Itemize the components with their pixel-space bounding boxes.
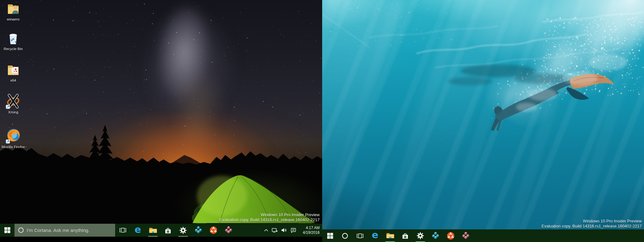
desktop-icon-label: Xming xyxy=(8,110,19,114)
edge-icon: e xyxy=(134,225,141,234)
action-center-icon[interactable] xyxy=(291,228,296,233)
clock-time: 4:17 AM xyxy=(300,226,320,230)
taskbar-right: e xyxy=(322,229,644,242)
settings-gear-icon xyxy=(417,232,424,239)
store-icon xyxy=(401,232,409,239)
monitor-left: winaero Recycle Bin x64 xyxy=(0,0,322,237)
dual-monitor-desktop: { "left_monitor": { "wallpaper": "night-… xyxy=(0,0,644,242)
shortcut-arrow-badge xyxy=(6,140,10,143)
monitor-right: Windows 10 Pro Insider Preview Evaluatio… xyxy=(322,0,644,242)
pine-trees xyxy=(88,125,114,160)
file-explorer-icon xyxy=(386,232,395,239)
swimmer-illustration xyxy=(322,0,644,242)
desktop-icon-firefox[interactable]: Mozilla Firefox xyxy=(1,128,26,149)
clock-date: 4/19/2016 xyxy=(300,230,320,235)
taskbar-blue-cubes-app-button[interactable] xyxy=(428,229,443,242)
recycle-bin-icon xyxy=(6,31,20,46)
pictures-folder-icon xyxy=(6,63,20,78)
cortana-circle-icon xyxy=(342,233,348,239)
start-button[interactable] xyxy=(323,229,337,242)
task-view-button[interactable] xyxy=(352,229,367,242)
taskbar-settings-button[interactable] xyxy=(413,229,428,242)
taskbar-pink-cubes-app-button[interactable] xyxy=(221,224,236,237)
desktop-icon-label: x64 xyxy=(10,78,16,83)
taskbar-file-explorer-button[interactable] xyxy=(383,229,398,242)
network-icon[interactable] xyxy=(272,228,278,233)
file-explorer-icon xyxy=(149,227,157,234)
xming-icon xyxy=(5,93,21,109)
desktop-icon-xming[interactable]: Xming xyxy=(1,93,26,114)
pink-cubes-icon xyxy=(224,226,233,234)
blue-cubes-icon xyxy=(194,226,203,234)
shortcut-arrow-badge xyxy=(6,105,10,109)
desktop-icon-label: winaero xyxy=(7,17,20,21)
user-folder-icon xyxy=(6,2,20,16)
store-icon xyxy=(164,227,172,234)
task-view-button[interactable] xyxy=(115,224,130,237)
taskbar-clock[interactable]: 4:17 AM 4/19/2016 xyxy=(300,226,320,235)
desktop-icon-label: Mozilla Firefox xyxy=(2,145,25,149)
ubuntu-icon xyxy=(210,226,217,234)
landscape-silhouette xyxy=(0,0,322,237)
taskbar-edge-button[interactable]: e xyxy=(130,224,145,237)
windows-logo-icon xyxy=(4,227,10,233)
cortana-search-input[interactable] xyxy=(27,228,112,233)
running-indicator xyxy=(178,236,188,237)
task-view-icon xyxy=(119,228,126,233)
edge-icon: e xyxy=(372,230,378,240)
taskbar-left: e xyxy=(0,224,322,237)
settings-gear-icon xyxy=(179,227,187,234)
taskbar-file-explorer-button[interactable] xyxy=(145,224,160,237)
taskbar-ubuntu-button[interactable] xyxy=(443,229,458,242)
desktop-icon-recycle-bin[interactable]: Recycle Bin xyxy=(1,31,26,51)
blue-cubes-icon xyxy=(431,232,440,240)
taskbar-pink-cubes-app-button[interactable] xyxy=(458,229,473,242)
volume-icon[interactable] xyxy=(281,228,287,233)
taskbar-settings-button[interactable] xyxy=(176,224,191,237)
taskbar-blue-cubes-app-button[interactable] xyxy=(191,224,206,237)
start-button[interactable] xyxy=(0,224,14,237)
system-tray: 4:17 AM 4/19/2016 xyxy=(264,224,322,237)
ubuntu-icon xyxy=(447,232,455,240)
surface-reflection-shadows xyxy=(448,65,571,85)
firefox-icon xyxy=(5,128,21,144)
taskbar-ubuntu-button[interactable] xyxy=(206,224,221,237)
taskbar-edge-button[interactable]: e xyxy=(367,229,383,242)
cortana-button[interactable] xyxy=(337,229,352,242)
cortana-circle-icon xyxy=(18,228,24,233)
dark-fin xyxy=(566,87,589,100)
pink-cubes-icon xyxy=(462,232,470,240)
windows-logo-icon xyxy=(327,233,333,239)
show-hidden-icons-chevron[interactable] xyxy=(264,229,268,232)
desktop-icon-label: Recycle Bin xyxy=(4,47,23,51)
running-indicator xyxy=(148,236,158,237)
taskbar-store-button[interactable] xyxy=(160,224,176,237)
taskbar-store-button[interactable] xyxy=(398,229,413,242)
desktop-icon-winaero[interactable]: winaero xyxy=(1,2,26,21)
desktop-icon-x64[interactable]: x64 xyxy=(1,63,26,83)
task-view-icon xyxy=(356,233,364,239)
cortana-search-box[interactable] xyxy=(14,224,115,237)
